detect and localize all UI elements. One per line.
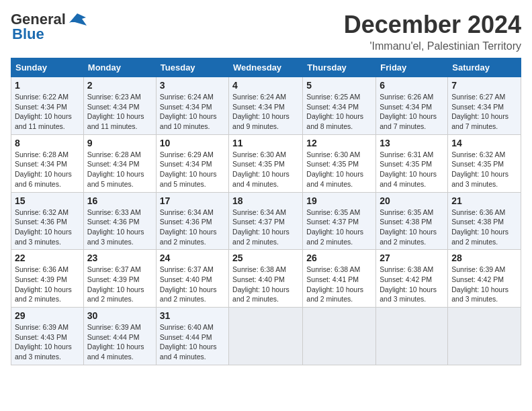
calendar-day-cell: 16 Sunrise: 6:33 AM Sunset: 4:36 PM Dayl… bbox=[83, 192, 156, 250]
calendar-day-cell: 19 Sunrise: 6:35 AM Sunset: 4:37 PM Dayl… bbox=[303, 192, 376, 250]
day-number: 6 bbox=[380, 80, 444, 91]
day-number: 8 bbox=[15, 138, 80, 148]
title-area: December 2024 'Immanu'el, Palestinian Te… bbox=[344, 11, 521, 52]
calendar-header-row: SundayMondayTuesdayWednesdayThursdayFrid… bbox=[11, 58, 521, 77]
calendar-week-row: 1 Sunrise: 6:22 AM Sunset: 4:34 PM Dayli… bbox=[11, 77, 521, 135]
day-number: 30 bbox=[87, 310, 152, 321]
day-number: 14 bbox=[451, 138, 517, 148]
day-info: Sunrise: 6:37 AM Sunset: 4:40 PM Dayligh… bbox=[160, 265, 225, 304]
day-info: Sunrise: 6:32 AM Sunset: 4:35 PM Dayligh… bbox=[451, 150, 517, 189]
calendar-day-cell: 1 Sunrise: 6:22 AM Sunset: 4:34 PM Dayli… bbox=[11, 77, 84, 135]
calendar-day-cell: 28 Sunrise: 6:39 AM Sunset: 4:42 PM Dayl… bbox=[448, 250, 521, 308]
calendar-day-cell bbox=[376, 308, 448, 365]
day-info: Sunrise: 6:23 AM Sunset: 4:34 PM Dayligh… bbox=[87, 92, 152, 132]
calendar-day-cell: 13 Sunrise: 6:31 AM Sunset: 4:35 PM Dayl… bbox=[376, 134, 448, 192]
calendar-week-row: 29 Sunrise: 6:39 AM Sunset: 4:43 PM Dayl… bbox=[11, 308, 521, 365]
day-of-week-header: Friday bbox=[376, 58, 448, 77]
day-info: Sunrise: 6:39 AM Sunset: 4:42 PM Dayligh… bbox=[451, 265, 517, 304]
day-number: 27 bbox=[380, 253, 444, 263]
day-info: Sunrise: 6:38 AM Sunset: 4:42 PM Dayligh… bbox=[380, 265, 444, 304]
calendar-day-cell: 9 Sunrise: 6:28 AM Sunset: 4:34 PM Dayli… bbox=[83, 134, 156, 192]
day-info: Sunrise: 6:38 AM Sunset: 4:40 PM Dayligh… bbox=[232, 265, 299, 304]
day-info: Sunrise: 6:37 AM Sunset: 4:39 PM Dayligh… bbox=[87, 265, 152, 304]
calendar-day-cell: 8 Sunrise: 6:28 AM Sunset: 4:34 PM Dayli… bbox=[11, 134, 84, 192]
day-info: Sunrise: 6:40 AM Sunset: 4:44 PM Dayligh… bbox=[160, 322, 225, 362]
day-info: Sunrise: 6:36 AM Sunset: 4:38 PM Dayligh… bbox=[451, 208, 517, 247]
day-number: 28 bbox=[451, 253, 517, 263]
calendar-day-cell: 20 Sunrise: 6:35 AM Sunset: 4:38 PM Dayl… bbox=[376, 192, 448, 250]
day-number: 24 bbox=[160, 253, 225, 263]
calendar-day-cell: 12 Sunrise: 6:30 AM Sunset: 4:35 PM Dayl… bbox=[303, 134, 376, 192]
day-of-week-header: Saturday bbox=[448, 58, 521, 77]
day-info: Sunrise: 6:25 AM Sunset: 4:34 PM Dayligh… bbox=[306, 92, 372, 132]
day-info: Sunrise: 6:36 AM Sunset: 4:39 PM Dayligh… bbox=[15, 265, 80, 304]
calendar-day-cell: 29 Sunrise: 6:39 AM Sunset: 4:43 PM Dayl… bbox=[11, 308, 84, 365]
calendar-day-cell: 4 Sunrise: 6:24 AM Sunset: 4:34 PM Dayli… bbox=[229, 77, 303, 135]
day-info: Sunrise: 6:30 AM Sunset: 4:35 PM Dayligh… bbox=[306, 150, 372, 189]
calendar-week-row: 8 Sunrise: 6:28 AM Sunset: 4:34 PM Dayli… bbox=[11, 134, 521, 192]
page-header: General Blue December 2024 'Immanu'el, P… bbox=[11, 11, 521, 52]
day-number: 15 bbox=[15, 195, 80, 206]
day-info: Sunrise: 6:27 AM Sunset: 4:34 PM Dayligh… bbox=[451, 92, 517, 132]
logo-bird-icon bbox=[67, 12, 87, 27]
day-number: 12 bbox=[306, 138, 372, 148]
day-number: 2 bbox=[87, 80, 152, 91]
day-info: Sunrise: 6:39 AM Sunset: 4:44 PM Dayligh… bbox=[87, 322, 152, 362]
day-number: 21 bbox=[451, 195, 517, 206]
calendar-day-cell: 22 Sunrise: 6:36 AM Sunset: 4:39 PM Dayl… bbox=[11, 250, 84, 308]
calendar-day-cell: 3 Sunrise: 6:24 AM Sunset: 4:34 PM Dayli… bbox=[156, 77, 228, 135]
calendar-day-cell: 5 Sunrise: 6:25 AM Sunset: 4:34 PM Dayli… bbox=[303, 77, 376, 135]
day-number: 7 bbox=[451, 80, 517, 91]
day-info: Sunrise: 6:28 AM Sunset: 4:34 PM Dayligh… bbox=[87, 150, 152, 189]
day-of-week-header: Monday bbox=[83, 58, 156, 77]
day-number: 4 bbox=[232, 80, 299, 91]
logo-blue: Blue bbox=[12, 26, 44, 43]
day-info: Sunrise: 6:30 AM Sunset: 4:35 PM Dayligh… bbox=[232, 150, 299, 189]
calendar-table: SundayMondayTuesdayWednesdayThursdayFrid… bbox=[11, 58, 521, 365]
day-number: 3 bbox=[160, 80, 225, 91]
calendar-day-cell: 6 Sunrise: 6:26 AM Sunset: 4:34 PM Dayli… bbox=[376, 77, 448, 135]
day-info: Sunrise: 6:35 AM Sunset: 4:37 PM Dayligh… bbox=[306, 208, 372, 247]
day-number: 10 bbox=[160, 138, 225, 148]
logo: General Blue bbox=[11, 11, 87, 43]
day-number: 11 bbox=[232, 138, 299, 148]
day-info: Sunrise: 6:38 AM Sunset: 4:41 PM Dayligh… bbox=[306, 265, 372, 304]
calendar-day-cell: 27 Sunrise: 6:38 AM Sunset: 4:42 PM Dayl… bbox=[376, 250, 448, 308]
day-number: 16 bbox=[87, 195, 152, 206]
day-number: 19 bbox=[306, 195, 372, 206]
day-of-week-header: Tuesday bbox=[156, 58, 228, 77]
day-info: Sunrise: 6:26 AM Sunset: 4:34 PM Dayligh… bbox=[380, 92, 444, 132]
day-info: Sunrise: 6:24 AM Sunset: 4:34 PM Dayligh… bbox=[232, 92, 299, 132]
day-info: Sunrise: 6:29 AM Sunset: 4:34 PM Dayligh… bbox=[160, 150, 225, 189]
day-number: 13 bbox=[380, 138, 444, 148]
day-info: Sunrise: 6:28 AM Sunset: 4:34 PM Dayligh… bbox=[15, 150, 80, 189]
calendar-day-cell bbox=[303, 308, 376, 365]
day-info: Sunrise: 6:34 AM Sunset: 4:36 PM Dayligh… bbox=[160, 208, 225, 247]
day-info: Sunrise: 6:24 AM Sunset: 4:34 PM Dayligh… bbox=[160, 92, 225, 132]
calendar-week-row: 15 Sunrise: 6:32 AM Sunset: 4:36 PM Dayl… bbox=[11, 192, 521, 250]
calendar-day-cell: 30 Sunrise: 6:39 AM Sunset: 4:44 PM Dayl… bbox=[83, 308, 156, 365]
day-info: Sunrise: 6:33 AM Sunset: 4:36 PM Dayligh… bbox=[87, 208, 152, 247]
calendar-day-cell: 17 Sunrise: 6:34 AM Sunset: 4:36 PM Dayl… bbox=[156, 192, 228, 250]
day-info: Sunrise: 6:22 AM Sunset: 4:34 PM Dayligh… bbox=[15, 92, 80, 132]
calendar-day-cell: 18 Sunrise: 6:34 AM Sunset: 4:37 PM Dayl… bbox=[229, 192, 303, 250]
calendar-day-cell bbox=[229, 308, 303, 365]
day-info: Sunrise: 6:34 AM Sunset: 4:37 PM Dayligh… bbox=[232, 208, 299, 247]
calendar-day-cell: 26 Sunrise: 6:38 AM Sunset: 4:41 PM Dayl… bbox=[303, 250, 376, 308]
day-info: Sunrise: 6:32 AM Sunset: 4:36 PM Dayligh… bbox=[15, 208, 80, 247]
calendar-day-cell: 21 Sunrise: 6:36 AM Sunset: 4:38 PM Dayl… bbox=[448, 192, 521, 250]
calendar-day-cell: 7 Sunrise: 6:27 AM Sunset: 4:34 PM Dayli… bbox=[448, 77, 521, 135]
day-number: 23 bbox=[87, 253, 152, 263]
calendar-day-cell bbox=[448, 308, 521, 365]
day-number: 20 bbox=[380, 195, 444, 206]
calendar-day-cell: 11 Sunrise: 6:30 AM Sunset: 4:35 PM Dayl… bbox=[229, 134, 303, 192]
day-number: 29 bbox=[15, 310, 80, 321]
day-of-week-header: Wednesday bbox=[229, 58, 303, 77]
location-title: 'Immanu'el, Palestinian Territory bbox=[344, 40, 521, 52]
day-number: 1 bbox=[15, 80, 80, 91]
calendar-day-cell: 15 Sunrise: 6:32 AM Sunset: 4:36 PM Dayl… bbox=[11, 192, 84, 250]
day-number: 5 bbox=[306, 80, 372, 91]
calendar-day-cell: 24 Sunrise: 6:37 AM Sunset: 4:40 PM Dayl… bbox=[156, 250, 228, 308]
day-number: 26 bbox=[306, 253, 372, 263]
day-number: 9 bbox=[87, 138, 152, 148]
